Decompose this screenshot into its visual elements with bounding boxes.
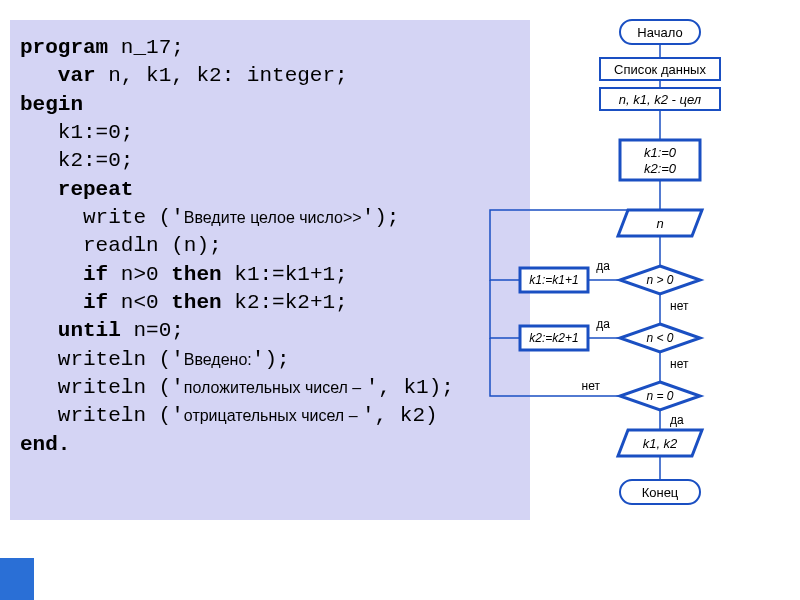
code-line-4: k1:=0;	[20, 119, 520, 147]
flow-cond3-yes: да	[670, 413, 684, 427]
kw-end: end.	[20, 433, 70, 456]
code-line-13: writeln ('положительных чисел – ', k1);	[20, 374, 520, 402]
flow-cond-2-label: n < 0	[646, 331, 673, 345]
code-line-11: until n=0;	[20, 317, 520, 345]
flow-end-label: Конец	[642, 485, 679, 500]
kw-repeat: repeat	[58, 178, 134, 201]
flow-start-label: Начало	[637, 25, 682, 40]
code-line-1: program n_17;	[20, 34, 520, 62]
code-line-8: readln (n);	[20, 232, 520, 260]
accent-bar	[0, 558, 34, 600]
code-line-15: end.	[20, 431, 520, 459]
kw-begin: begin	[20, 93, 83, 116]
kw-if: if	[83, 263, 108, 286]
flow-cond1-yes: да	[596, 259, 610, 273]
code-line-6: repeat	[20, 176, 520, 204]
flow-cond2-no: нет	[670, 357, 689, 371]
flow-proc-1-label: k1:=k1+1	[529, 273, 578, 287]
kw-var: var	[58, 64, 96, 87]
flow-cond-3-label: n = 0	[646, 389, 673, 403]
flow-cond2-yes: да	[596, 317, 610, 331]
code-line-14: writeln ('отрицательных чисел – ', k2)	[20, 402, 520, 430]
kw-then: then	[171, 291, 221, 314]
code-line-2: var n, k1, k2: integer;	[20, 62, 520, 90]
flow-init2: k2:=0	[644, 161, 677, 176]
flowchart: Начало Список данных n, k1, k2 - цел k1:…	[470, 10, 800, 570]
flow-input-n-label: n	[656, 216, 663, 231]
code-line-9: if n>0 then k1:=k1+1;	[20, 261, 520, 289]
code-line-12: writeln ('Введено:');	[20, 346, 520, 374]
kw-then: then	[171, 263, 221, 286]
flow-proc-2-label: k2:=k2+1	[529, 331, 578, 345]
flow-cond-1-label: n > 0	[646, 273, 673, 287]
code-line-5: k2:=0;	[20, 147, 520, 175]
kw-if: if	[83, 291, 108, 314]
flow-cond1-no: нет	[670, 299, 689, 313]
flow-output-label: k1, k2	[643, 436, 678, 451]
code-line-10: if n<0 then k2:=k2+1;	[20, 289, 520, 317]
kw-program: program	[20, 36, 108, 59]
flow-init1: k1:=0	[644, 145, 677, 160]
flow-data-vars-label: n, k1, k2 - цел	[619, 92, 702, 107]
flow-cond3-no: нет	[582, 379, 601, 393]
code-line-3: begin	[20, 91, 520, 119]
code-line-7: write ('Введите целое число>>');	[20, 204, 520, 232]
code-panel: program n_17; var n, k1, k2: integer; be…	[10, 20, 530, 520]
kw-until: until	[58, 319, 121, 342]
flow-data-header-label: Список данных	[614, 62, 706, 77]
